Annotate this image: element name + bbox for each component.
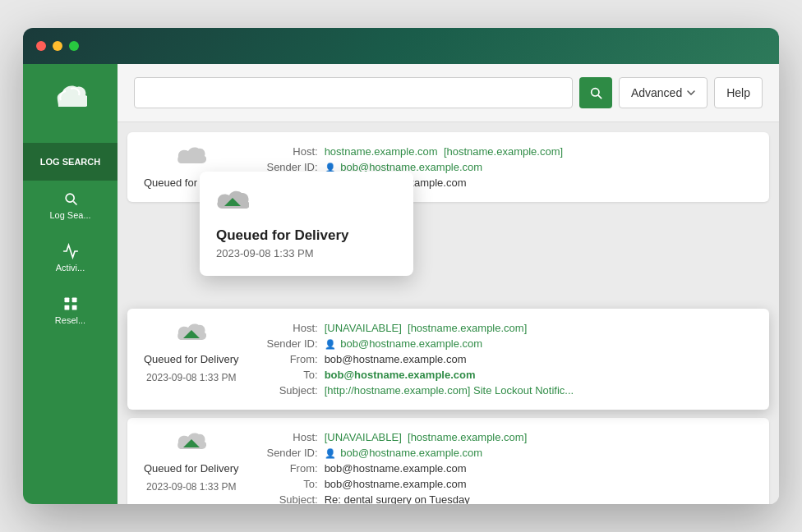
card-left-2: Queued for Delivery 2023-09-08 1:33 PM: [144, 322, 239, 383]
from-row-3: From: bob@hostname.example.com: [252, 462, 753, 475]
senderid-row-2: Sender ID: 👤 bob@hostname.example.com: [252, 337, 753, 350]
popup-cloud-icon: [216, 188, 397, 219]
host-row-3: Host: [UNAVAILABLE] [hostname.example.co…: [252, 431, 753, 443]
help-button[interactable]: Help: [714, 77, 763, 108]
svg-rect-4: [64, 305, 69, 310]
popup-date: 2023-09-08 1:33 PM: [216, 247, 397, 259]
main-content: Advanced Help: [118, 64, 779, 504]
window-controls: [36, 41, 79, 51]
subject-row-3: Subject: Re: dental surgery on Tuesday: [252, 493, 753, 504]
sidebar-item-reseller[interactable]: Resel...: [23, 286, 118, 335]
advanced-button[interactable]: Advanced: [619, 77, 708, 108]
results-area[interactable]: Queued for Delivery Host: hostname.examp…: [118, 122, 779, 504]
svg-rect-2: [64, 298, 69, 303]
svg-rect-5: [71, 305, 76, 310]
card-details-3: Host: [UNAVAILABLE] [hostname.example.co…: [252, 431, 753, 504]
search-button[interactable]: [579, 77, 612, 108]
chevron-down-icon: [687, 90, 695, 95]
reseller-icon: [62, 296, 79, 312]
host-row-2: Host: [UNAVAILABLE] [hostname.example.co…: [252, 322, 753, 334]
sender-id-icon-3: 👤: [325, 448, 336, 458]
from-row-2: From: bob@hostname.example.com: [252, 353, 753, 365]
sidebar-item-log-search[interactable]: Log Sea...: [23, 181, 118, 230]
svg-rect-3: [71, 298, 76, 303]
activity-icon: [62, 243, 79, 259]
to-row-3: To: bob@hostname.example.com: [252, 478, 753, 490]
logo-icon: [54, 84, 87, 113]
host-row-1: Host: hostname.example.com [hostname.exa…: [252, 145, 753, 158]
cloud-icon-2: [177, 322, 206, 346]
minimize-dot[interactable]: [53, 41, 62, 51]
card-status-2: Queued for Delivery: [144, 353, 239, 365]
email-card-3[interactable]: Queued for Delivery 2023-09-08 1:33 PM H…: [127, 418, 769, 504]
sidebar-item-activity[interactable]: Activi...: [23, 233, 118, 282]
search-btn-icon: [589, 86, 602, 99]
cloud-icon-1: [177, 145, 206, 170]
svg-point-0: [66, 194, 74, 202]
card-details-2: Host: [UNAVAILABLE] [hostname.example.co…: [252, 322, 753, 397]
sidebar-log-search[interactable]: LOG SEARCH: [23, 143, 118, 181]
app-body: LOG SEARCH Log Sea... Activi...: [23, 64, 779, 504]
popup-card: Queued for Delivery 2023-09-08 1:33 PM: [200, 172, 413, 276]
fullscreen-dot[interactable]: [69, 41, 79, 51]
card-left-3: Queued for Delivery 2023-09-08 1:33 PM: [144, 431, 239, 493]
popup-status: Queued for Delivery: [216, 227, 397, 244]
cloud-icon-3: [177, 431, 206, 456]
svg-point-6: [592, 89, 599, 96]
search-bar: Advanced Help: [118, 64, 779, 122]
subject-row-2: Subject: [http://hostname.example.com] S…: [252, 384, 753, 397]
titlebar: [23, 28, 779, 64]
to-row-2: To: bob@hostname.example.com: [252, 369, 753, 381]
card-status-3: Queued for Delivery: [144, 462, 239, 475]
search-input[interactable]: [134, 77, 573, 108]
svg-line-1: [73, 202, 76, 205]
senderid-row-3: Sender ID: 👤 bob@hostname.example.com: [252, 447, 753, 459]
card-date-2: 2023-09-08 1:33 PM: [146, 372, 236, 383]
sidebar-nav: Log Sea... Activi... Resel...: [23, 181, 118, 335]
logo: [48, 77, 94, 123]
sidebar: LOG SEARCH Log Sea... Activi...: [23, 64, 118, 504]
search-icon: [62, 190, 79, 207]
email-card-2[interactable]: Queued for Delivery 2023-09-08 1:33 PM H…: [127, 309, 769, 410]
app-window: LOG SEARCH Log Sea... Activi...: [23, 28, 779, 504]
sender-id-icon-2: 👤: [325, 339, 336, 349]
svg-line-7: [598, 95, 601, 98]
close-dot[interactable]: [36, 41, 46, 51]
card-date-3: 2023-09-08 1:33 PM: [146, 481, 236, 493]
